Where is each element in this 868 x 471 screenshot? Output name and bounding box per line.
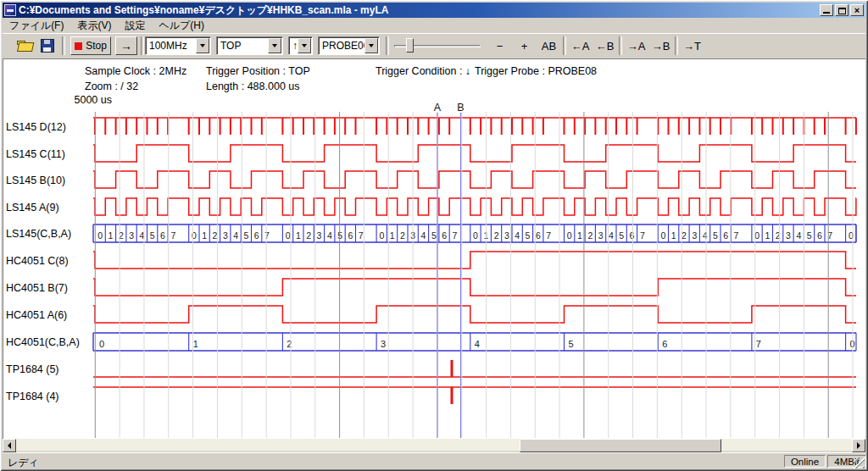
- svg-text:7: 7: [359, 230, 364, 241]
- svg-text:4: 4: [796, 230, 801, 241]
- svg-text:0: 0: [660, 230, 665, 241]
- waveform-canvas[interactable]: 0123456701234567012345670123456701234567…: [0, 0, 868, 471]
- svg-text:0: 0: [97, 230, 103, 241]
- svg-text:1: 1: [765, 230, 770, 241]
- svg-text:0: 0: [192, 230, 197, 241]
- svg-text:3: 3: [786, 230, 791, 241]
- svg-text:2: 2: [306, 230, 311, 241]
- svg-text:2: 2: [587, 230, 593, 241]
- svg-text:7: 7: [640, 230, 645, 241]
- svg-text:0: 0: [286, 230, 291, 241]
- svg-text:2: 2: [494, 230, 499, 241]
- cursor-b-label: B: [457, 102, 464, 114]
- svg-text:6: 6: [442, 230, 447, 241]
- window-frame: C:¥Documents and Settings¥noname¥デスクトップ¥…: [0, 0, 868, 471]
- svg-text:3: 3: [504, 230, 509, 241]
- svg-text:6: 6: [662, 339, 667, 349]
- svg-text:7: 7: [734, 230, 739, 241]
- svg-text:5: 5: [150, 230, 155, 241]
- svg-text:5: 5: [713, 230, 718, 241]
- svg-text:6: 6: [536, 230, 541, 241]
- svg-text:4: 4: [609, 230, 614, 241]
- svg-text:2: 2: [287, 339, 292, 349]
- svg-text:0: 0: [99, 339, 104, 349]
- svg-text:7: 7: [756, 339, 761, 349]
- svg-text:5: 5: [568, 339, 573, 349]
- svg-text:5: 5: [243, 230, 248, 241]
- svg-text:2: 2: [213, 230, 218, 241]
- svg-text:6: 6: [723, 230, 728, 241]
- svg-text:0: 0: [379, 230, 384, 241]
- svg-text:0: 0: [473, 230, 478, 241]
- svg-text:6: 6: [348, 230, 353, 241]
- svg-text:5: 5: [431, 230, 437, 241]
- svg-text:5: 5: [526, 230, 531, 241]
- svg-text:0: 0: [567, 230, 572, 241]
- svg-text:5: 5: [807, 230, 812, 241]
- svg-text:6: 6: [817, 230, 822, 241]
- svg-text:1: 1: [296, 230, 301, 241]
- svg-text:2: 2: [400, 230, 405, 241]
- svg-text:6: 6: [254, 230, 259, 241]
- svg-text:4: 4: [703, 230, 708, 241]
- svg-text:4: 4: [475, 339, 480, 349]
- svg-text:3: 3: [317, 230, 322, 241]
- svg-text:4: 4: [421, 230, 426, 241]
- svg-text:2: 2: [682, 230, 687, 241]
- svg-text:3: 3: [223, 230, 228, 241]
- svg-text:1: 1: [390, 230, 395, 241]
- svg-text:7: 7: [264, 230, 270, 241]
- svg-text:5: 5: [337, 230, 342, 241]
- svg-text:1: 1: [577, 230, 582, 241]
- svg-text:3: 3: [129, 230, 134, 241]
- svg-text:7: 7: [452, 230, 457, 241]
- svg-text:3: 3: [381, 339, 386, 349]
- svg-text:7: 7: [170, 230, 175, 241]
- svg-text:3: 3: [598, 230, 604, 241]
- svg-text:4: 4: [233, 230, 238, 241]
- cursor-a-label: A: [434, 102, 442, 114]
- svg-text:1: 1: [108, 230, 114, 241]
- svg-text:6: 6: [160, 230, 165, 241]
- svg-text:1: 1: [202, 230, 207, 241]
- svg-text:1: 1: [193, 339, 198, 349]
- svg-text:1: 1: [671, 230, 676, 241]
- svg-text:7: 7: [546, 230, 551, 241]
- svg-text:6: 6: [630, 230, 635, 241]
- svg-text:4: 4: [327, 230, 332, 241]
- svg-text:4: 4: [515, 230, 520, 241]
- svg-text:5: 5: [619, 230, 624, 241]
- svg-text:3: 3: [692, 230, 697, 241]
